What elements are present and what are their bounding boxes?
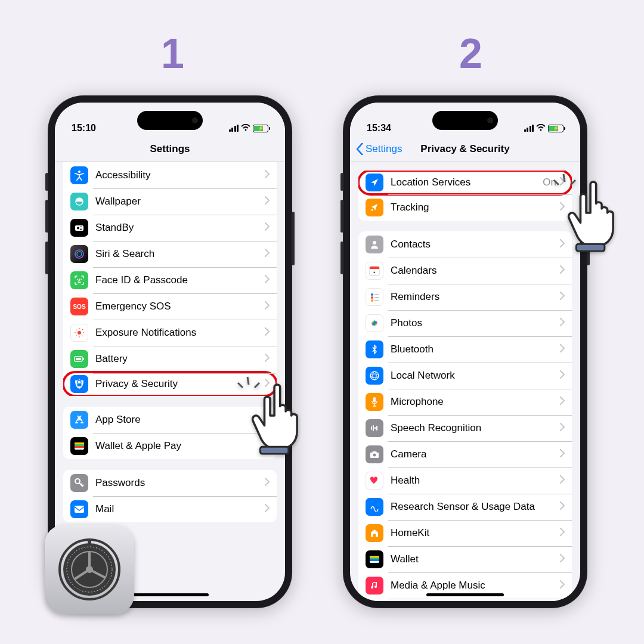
row-reminders[interactable]: Reminders xyxy=(358,284,572,310)
row-camera[interactable]: Camera xyxy=(358,441,572,467)
row-battery[interactable]: Battery xyxy=(63,346,277,372)
svg-point-46 xyxy=(371,293,373,296)
row-tracking[interactable]: Tracking xyxy=(358,194,572,221)
row-mail[interactable]: Mail xyxy=(63,496,277,522)
svg-line-26 xyxy=(82,336,83,337)
svg-point-56 xyxy=(370,371,379,380)
row-label: Microphone xyxy=(391,396,560,408)
chevron-icon xyxy=(560,475,565,486)
row-label: HomeKit xyxy=(391,527,560,539)
svg-rect-15 xyxy=(80,227,82,227)
chevron-icon xyxy=(265,222,270,233)
health-icon xyxy=(366,472,383,490)
svg-rect-37 xyxy=(75,444,84,446)
svg-point-20 xyxy=(78,331,81,335)
home-indicator[interactable] xyxy=(426,593,504,596)
row-sos[interactable]: SOS Emergency SOS xyxy=(63,293,277,320)
nav-title: Settings xyxy=(150,143,190,155)
row-local-network[interactable]: Local Network xyxy=(358,363,572,389)
wallet2-icon xyxy=(366,550,383,568)
svg-rect-16 xyxy=(80,228,82,228)
row-label: Wallet xyxy=(391,553,560,565)
row-wallet2[interactable]: Wallet xyxy=(358,546,572,572)
row-label: Research Sensor & Usage Data xyxy=(391,501,560,513)
svg-point-64 xyxy=(373,454,376,457)
passwords-icon xyxy=(70,474,88,492)
chevron-icon xyxy=(560,344,565,355)
svg-rect-31 xyxy=(76,358,81,360)
privacy-group-1: Location Services On Tracking xyxy=(358,171,572,221)
privacy-group-2: Contacts ▪ Calendars Reminders Photos xyxy=(358,231,572,601)
status-time: 15:34 xyxy=(367,123,391,134)
chevron-icon xyxy=(560,449,565,460)
svg-rect-62 xyxy=(374,427,376,429)
battery-icon: ⚡ xyxy=(253,125,268,132)
row-passwords[interactable]: Passwords xyxy=(63,470,277,496)
row-label: Camera xyxy=(391,448,560,460)
chevron-icon xyxy=(265,170,270,181)
row-label: Emergency SOS xyxy=(95,301,265,312)
row-microphone[interactable]: Microphone xyxy=(358,389,572,415)
svg-rect-51 xyxy=(374,300,379,301)
svg-rect-33 xyxy=(75,422,78,423)
row-label: Passwords xyxy=(95,477,265,489)
home-indicator[interactable] xyxy=(131,593,209,596)
row-siri[interactable]: Siri & Search xyxy=(63,241,277,267)
battery-row-icon xyxy=(70,350,88,368)
row-label: Tracking xyxy=(391,202,560,213)
chevron-icon xyxy=(265,354,270,364)
row-contacts[interactable]: Contacts xyxy=(358,231,572,258)
row-health[interactable]: Health xyxy=(358,467,572,494)
row-label: Speech Recognition xyxy=(391,422,560,434)
row-faceid[interactable]: Face ID & Passcode xyxy=(63,267,277,293)
nav-bar: Settings Privacy & Security xyxy=(350,136,580,162)
privacy-icon xyxy=(70,375,88,393)
appstore-icon xyxy=(70,411,88,429)
svg-line-70 xyxy=(238,383,243,388)
row-label: Wallet & Apple Pay xyxy=(95,440,265,452)
row-exposure[interactable]: Exposure Notifications xyxy=(63,320,277,346)
row-label: Calendars xyxy=(391,265,560,277)
row-standby[interactable]: StandBy xyxy=(63,215,277,241)
svg-point-39 xyxy=(75,479,80,484)
microphone-icon xyxy=(366,393,383,411)
svg-point-41 xyxy=(371,209,373,211)
row-location-services[interactable]: Location Services On xyxy=(358,171,572,196)
row-bluetooth[interactable]: Bluetooth xyxy=(358,336,572,363)
siri-icon xyxy=(70,245,88,263)
svg-point-50 xyxy=(371,299,373,302)
row-speech[interactable]: Speech Recognition xyxy=(358,415,572,441)
svg-rect-34 xyxy=(80,422,83,423)
svg-rect-60 xyxy=(371,426,372,430)
svg-point-19 xyxy=(77,252,82,256)
homekit-icon xyxy=(366,524,383,542)
row-research[interactable]: Research Sensor & Usage Data xyxy=(358,494,572,520)
svg-rect-63 xyxy=(376,426,377,431)
svg-line-25 xyxy=(76,329,77,330)
row-label: Mail xyxy=(95,503,265,515)
svg-point-11 xyxy=(78,171,80,173)
row-wallet[interactable]: Wallet & Apple Pay xyxy=(63,433,277,459)
svg-rect-38 xyxy=(75,446,84,448)
settings-app-icon xyxy=(45,525,134,614)
chevron-icon xyxy=(560,501,565,512)
svg-text:▪: ▪ xyxy=(374,270,376,275)
camera-icon xyxy=(366,445,383,463)
row-accessibility[interactable]: Accessibility xyxy=(63,162,277,188)
row-calendars[interactable]: ▪ Calendars xyxy=(358,258,572,284)
row-homekit[interactable]: HomeKit xyxy=(358,520,572,546)
cellular-icon xyxy=(524,125,534,132)
photos-icon xyxy=(366,314,383,332)
chevron-icon xyxy=(265,249,270,259)
music-icon xyxy=(366,577,383,595)
svg-rect-49 xyxy=(374,297,379,298)
row-wallpaper[interactable]: Wallpaper xyxy=(63,188,277,215)
wifi-icon xyxy=(241,123,250,134)
svg-rect-65 xyxy=(373,534,376,537)
battery-icon: ⚡ xyxy=(548,125,564,132)
chevron-icon xyxy=(265,327,270,338)
nav-back-button[interactable]: Settings xyxy=(356,143,402,155)
exposure-icon xyxy=(70,324,88,342)
row-photos[interactable]: Photos xyxy=(358,310,572,336)
row-files[interactable]: Files and Folders xyxy=(358,599,572,601)
